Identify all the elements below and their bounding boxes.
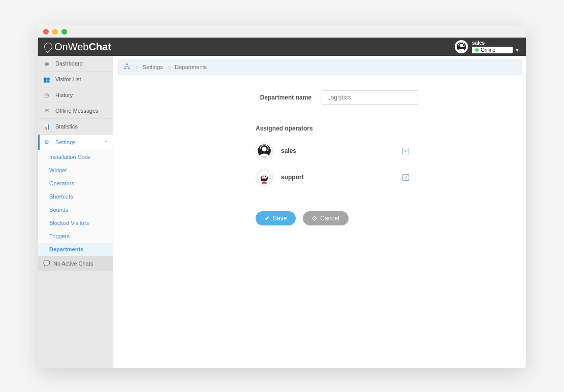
breadcrumb-sep-icon: › bbox=[136, 64, 138, 70]
svg-point-7 bbox=[262, 147, 266, 151]
breadcrumb-sep-icon: › bbox=[168, 64, 170, 70]
mail-icon: ✉ bbox=[43, 107, 50, 114]
cancel-icon: ⊘ bbox=[312, 215, 317, 222]
chevron-up-icon: ⌃ bbox=[104, 140, 108, 145]
dashboard-icon: ◉ bbox=[43, 60, 50, 67]
window-titlebar bbox=[38, 25, 526, 38]
sidebar-label: Statistics bbox=[55, 123, 78, 129]
female-avatar-icon bbox=[257, 170, 271, 184]
settings-subnav: Installation Code Widget Operators Short… bbox=[38, 150, 113, 256]
sidebar-item-dashboard[interactable]: ◉ Dashboard bbox=[38, 56, 113, 72]
cancel-button-label: Cancel bbox=[320, 215, 339, 222]
subnav-installation-code[interactable]: Installation Code bbox=[38, 150, 113, 164]
subnav-widget[interactable]: Widget bbox=[38, 164, 113, 177]
svg-point-11 bbox=[263, 176, 264, 177]
svg-rect-5 bbox=[128, 68, 130, 69]
sitemap-icon bbox=[123, 63, 131, 71]
sidebar-label: Settings bbox=[55, 139, 76, 145]
status-text: Online bbox=[481, 47, 495, 53]
logo-text-prefix: OnWeb bbox=[54, 41, 88, 52]
user-avatar[interactable] bbox=[455, 40, 468, 53]
operator-avatar bbox=[256, 169, 273, 186]
department-name-label: Department name bbox=[256, 94, 311, 101]
headset-avatar-icon bbox=[257, 144, 271, 158]
operator-checkbox[interactable]: ✓ bbox=[402, 174, 409, 181]
minimize-window-dot[interactable] bbox=[52, 29, 58, 35]
save-button-label: Save bbox=[273, 215, 287, 222]
sidebar: ◉ Dashboard 👥 Visitor List ◷ History ✉ O… bbox=[38, 56, 113, 368]
maximize-window-dot[interactable] bbox=[61, 29, 67, 35]
user-area: sales Online ▼ bbox=[455, 40, 520, 53]
operator-name: support bbox=[281, 174, 394, 181]
sidebar-item-settings[interactable]: ⚙ Settings ⌃ bbox=[38, 135, 113, 150]
subnav-shortcuts[interactable]: Shortcuts bbox=[38, 190, 113, 203]
check-icon: ✔ bbox=[265, 215, 270, 222]
save-button[interactable]: ✔ Save bbox=[256, 211, 296, 225]
subnav-departments[interactable]: Departments bbox=[38, 243, 113, 256]
sidebar-item-visitors[interactable]: 👥 Visitor List bbox=[38, 72, 113, 87]
sidebar-item-offline[interactable]: ✉ Offline Messages bbox=[38, 103, 113, 119]
status-select[interactable]: Online bbox=[472, 47, 513, 53]
subnav-blocked-visitors[interactable]: Blocked Visitors bbox=[38, 216, 113, 230]
close-window-dot[interactable] bbox=[43, 29, 49, 35]
operator-row: sales ✓ bbox=[256, 142, 500, 159]
topbar: OnWebChat sales Online ▼ bbox=[38, 38, 526, 56]
status-dot-icon bbox=[475, 48, 479, 52]
svg-point-2 bbox=[463, 46, 465, 47]
subnav-sounds[interactable]: Sounds bbox=[38, 203, 113, 216]
gear-icon: ⚙ bbox=[43, 139, 50, 146]
cancel-button[interactable]: ⊘ Cancel bbox=[303, 211, 348, 225]
svg-point-8 bbox=[267, 149, 268, 151]
sidebar-item-statistics[interactable]: 📊 Statistics bbox=[38, 119, 113, 135]
department-name-input[interactable] bbox=[322, 90, 418, 105]
assigned-operators-title: Assigned operators bbox=[256, 125, 500, 132]
caret-down-icon[interactable]: ▼ bbox=[515, 47, 520, 53]
stats-icon: 📊 bbox=[43, 123, 50, 130]
clock-icon: ◷ bbox=[43, 91, 50, 99]
svg-point-1 bbox=[460, 44, 463, 47]
breadcrumb-settings[interactable]: Settings bbox=[143, 64, 163, 70]
sidebar-label: History bbox=[55, 92, 73, 98]
svg-rect-3 bbox=[126, 63, 128, 65]
operator-name: sales bbox=[281, 147, 394, 154]
operator-row: support ✓ bbox=[256, 169, 500, 186]
chat-icon: 💬 bbox=[43, 260, 50, 267]
chat-bubble-icon bbox=[44, 43, 52, 51]
app-window: OnWebChat sales Online ▼ ◉ Das bbox=[38, 25, 526, 368]
main-content: › Settings › Departments Department name… bbox=[113, 56, 526, 368]
sidebar-label: Dashboard bbox=[55, 60, 83, 67]
users-icon: 👥 bbox=[43, 76, 50, 83]
app-logo: OnWebChat bbox=[44, 41, 111, 53]
headset-avatar-icon bbox=[456, 42, 466, 52]
operator-avatar bbox=[256, 142, 273, 159]
chat-status: 💬 No Active Chats bbox=[38, 256, 113, 271]
breadcrumb: › Settings › Departments bbox=[117, 59, 522, 75]
subnav-operators[interactable]: Operators bbox=[38, 177, 113, 190]
svg-rect-4 bbox=[124, 68, 126, 69]
breadcrumb-departments: Departments bbox=[175, 64, 207, 70]
subnav-triggers[interactable]: Triggers bbox=[38, 230, 113, 243]
chat-status-text: No Active Chats bbox=[53, 260, 93, 267]
logo-text-suffix: Chat bbox=[88, 41, 111, 52]
sidebar-item-history[interactable]: ◷ History bbox=[38, 87, 113, 103]
username: sales bbox=[472, 40, 520, 46]
sidebar-label: Visitor List bbox=[55, 76, 81, 82]
sidebar-label: Offline Messages bbox=[55, 108, 99, 114]
operator-checkbox[interactable]: ✓ bbox=[402, 148, 409, 154]
svg-point-12 bbox=[265, 176, 266, 177]
